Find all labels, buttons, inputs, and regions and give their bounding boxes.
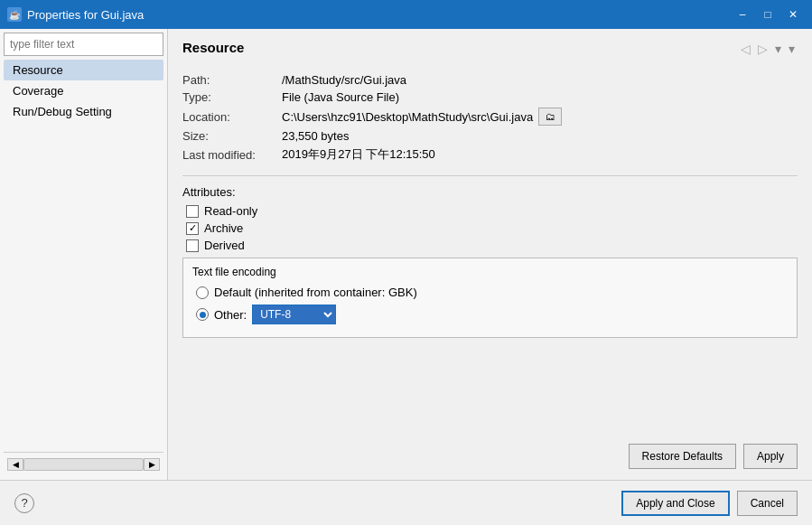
- lastmodified-value: 2019年9月27日 下午12:15:50: [282, 146, 435, 163]
- title-bar-left: ☕ Properties for Gui.java: [7, 7, 144, 22]
- apply-button[interactable]: Apply: [743, 444, 798, 469]
- maximize-button[interactable]: □: [756, 5, 779, 24]
- lastmodified-label: Last modified:: [182, 148, 282, 162]
- help-icon[interactable]: ?: [14, 493, 34, 513]
- default-encoding-label: Default (inherited from container: GBK): [214, 286, 417, 299]
- lastmodified-row: Last modified: 2019年9月27日 下午12:15:50: [182, 146, 798, 163]
- panel-header: Resource: [182, 40, 244, 55]
- size-label: Size:: [182, 129, 282, 143]
- other-encoding-label: Other:: [214, 308, 247, 322]
- readonly-checkbox[interactable]: [186, 205, 199, 218]
- minimize-button[interactable]: –: [731, 5, 754, 24]
- archive-checkbox[interactable]: [186, 222, 199, 235]
- nav-arrows: ◁ ▷ ▾ ▾: [738, 40, 798, 58]
- size-value: 23,550 bytes: [282, 129, 349, 143]
- location-label: Location:: [182, 110, 282, 124]
- attributes-label: Attributes:: [182, 185, 798, 199]
- size-row: Size: 23,550 bytes: [182, 129, 798, 143]
- info-section: Path: /MathStudy/src/Gui.java Type: File…: [182, 73, 798, 176]
- scroll-right-arrow[interactable]: ▶: [144, 458, 160, 471]
- close-button[interactable]: ✕: [781, 5, 805, 24]
- window-controls: – □ ✕: [731, 5, 805, 24]
- bottom-left: ?: [14, 493, 34, 513]
- path-label: Path:: [182, 73, 282, 87]
- sidebar-item-rundebug[interactable]: Run/Debug Setting: [4, 101, 163, 122]
- path-row: Path: /MathStudy/src/Gui.java: [182, 73, 798, 87]
- left-panel: Resource Coverage Run/Debug Setting ◀ ▶: [0, 29, 168, 480]
- other-encoding-row: Other: UTF-8 GBK UTF-16 ISO-8859-1: [196, 305, 788, 324]
- readonly-row: Read-only: [186, 204, 798, 218]
- encoding-select[interactable]: UTF-8 GBK UTF-16 ISO-8859-1: [252, 305, 336, 324]
- default-encoding-radio[interactable]: [196, 286, 209, 299]
- other-encoding-radio[interactable]: [196, 308, 209, 321]
- filter-input[interactable]: [4, 33, 163, 56]
- back-arrow-2[interactable]: ▷: [755, 40, 770, 58]
- location-browse-button[interactable]: 🗂: [538, 108, 562, 126]
- restore-defaults-button[interactable]: Restore Defaults: [629, 444, 736, 469]
- archive-row: Archive: [186, 221, 798, 235]
- type-label: Type:: [182, 90, 282, 104]
- dropdown-arrow-2[interactable]: ▾: [786, 40, 798, 58]
- scroll-left-arrow[interactable]: ◀: [7, 458, 23, 471]
- cancel-button[interactable]: Cancel: [737, 491, 798, 516]
- encoding-title: Text file encoding: [192, 266, 788, 278]
- location-value-area: C:\Users\hzc91\Desktop\MathStudy\src\Gui…: [282, 108, 562, 126]
- apply-and-close-button[interactable]: Apply and Close: [621, 491, 729, 516]
- back-arrow[interactable]: ◁: [738, 40, 753, 58]
- default-encoding-row: Default (inherited from container: GBK): [196, 286, 788, 299]
- bottom-bar: ? Apply and Close Cancel: [0, 480, 812, 525]
- bottom-right-buttons: Apply and Close Cancel: [621, 491, 798, 516]
- sidebar-item-resource[interactable]: Resource: [4, 60, 163, 80]
- derived-label: Derived: [204, 239, 245, 252]
- scroll-bar[interactable]: [23, 458, 144, 471]
- app-icon: ☕: [7, 7, 22, 22]
- derived-checkbox[interactable]: [186, 239, 199, 252]
- archive-label: Archive: [204, 221, 243, 235]
- sidebar-item-coverage[interactable]: Coverage: [4, 80, 163, 101]
- dialog-body: Resource Coverage Run/Debug Setting ◀ ▶ …: [0, 29, 812, 480]
- left-panel-scrollbar-area: ◀ ▶: [4, 452, 163, 476]
- right-panel-buttons: Restore Defaults Apply: [182, 435, 798, 469]
- type-row: Type: File (Java Source File): [182, 90, 798, 104]
- folder-icon: 🗂: [546, 111, 555, 122]
- derived-row: Derived: [186, 239, 798, 252]
- title-bar: ☕ Properties for Gui.java – □ ✕: [0, 0, 812, 29]
- encoding-section: Text file encoding Default (inherited fr…: [182, 258, 798, 338]
- attributes-section: Attributes: Read-only Archive Derived Te…: [182, 185, 798, 338]
- location-value: C:\Users\hzc91\Desktop\MathStudy\src\Gui…: [282, 110, 533, 124]
- dialog-title: Properties for Gui.java: [27, 8, 144, 22]
- readonly-label: Read-only: [204, 204, 257, 218]
- right-panel: Resource ◁ ▷ ▾ ▾ Path: /MathStudy/src/Gu…: [168, 29, 812, 480]
- type-value: File (Java Source File): [282, 90, 399, 104]
- path-value: /MathStudy/src/Gui.java: [282, 73, 406, 87]
- dropdown-arrow[interactable]: ▾: [772, 40, 784, 58]
- location-row: Location: C:\Users\hzc91\Desktop\MathStu…: [182, 108, 798, 126]
